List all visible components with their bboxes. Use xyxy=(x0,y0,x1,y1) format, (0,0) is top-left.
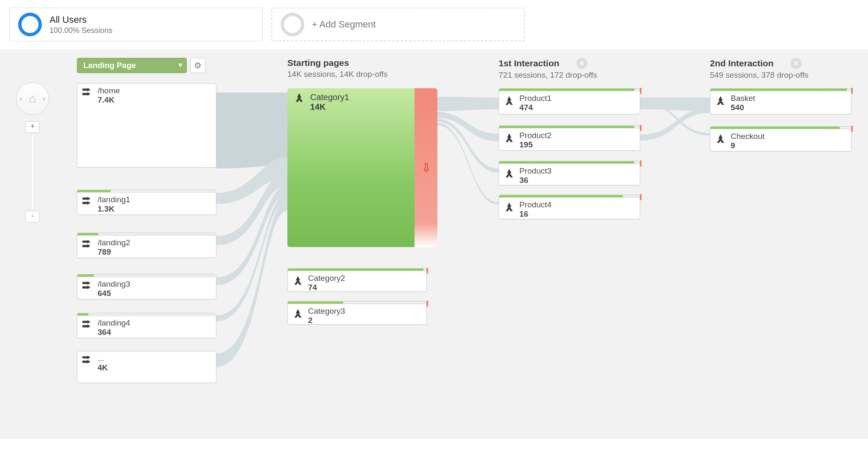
entry-arrow-icon xyxy=(82,356,93,366)
merge-icon xyxy=(503,202,515,212)
node-value: 16 xyxy=(519,209,551,219)
column-title: Starting pages xyxy=(287,58,437,68)
node-label: /landing2 xyxy=(98,238,130,247)
column-subtitle: 549 sessions, 378 drop-offs xyxy=(710,71,852,80)
dropoff-arrow-icon: ⇩ xyxy=(421,161,431,175)
entry-arrow-icon xyxy=(82,240,93,250)
node-value: 195 xyxy=(519,140,551,149)
column-2nd-interaction: 2nd Interaction ✕ 549 sessions, 378 drop… xyxy=(710,50,852,439)
column-subtitle: 721 sessions, 172 drop-offs xyxy=(499,71,640,80)
node-label: Category3 xyxy=(308,307,345,316)
segment-placeholder-circle-icon xyxy=(281,13,304,36)
gear-icon: ⚙ xyxy=(194,60,202,71)
segment-title: All Users xyxy=(49,14,112,25)
node-value: 540 xyxy=(731,103,755,112)
dimension-dropdown[interactable]: Landing Page xyxy=(77,58,187,73)
merge-icon xyxy=(292,275,304,285)
interaction-node[interactable]: Product3 36 xyxy=(499,161,640,185)
home-icon[interactable]: ⌂ xyxy=(29,92,36,106)
source-node-more[interactable]: ... 4K xyxy=(77,351,216,383)
merge-icon xyxy=(503,95,515,106)
node-label: ... xyxy=(98,354,108,363)
node-label: Category1 xyxy=(310,92,349,102)
column-starting-pages: Starting pages 14K sessions, 14K drop-of… xyxy=(287,50,437,439)
column-sources: Landing Page ⚙ /home 7.4K xyxy=(77,50,216,439)
segment-subtitle: 100.00% Sessions xyxy=(49,26,112,35)
node-value: 7.4K xyxy=(98,95,120,105)
gear-button[interactable]: ⚙ xyxy=(190,58,205,73)
node-value: 474 xyxy=(519,103,551,112)
node-label: /landing1 xyxy=(98,195,130,204)
merge-icon xyxy=(503,168,515,178)
close-icon: ✕ xyxy=(579,60,584,68)
node-value: 74 xyxy=(308,283,345,292)
node-label: /home xyxy=(98,86,120,95)
column-header: 1st Interaction ✕ 721 sessions, 172 drop… xyxy=(499,58,640,80)
entry-arrow-icon xyxy=(82,197,93,207)
interaction-node[interactable]: Checkout 9 xyxy=(710,126,852,152)
column-title: 1st Interaction xyxy=(499,58,560,68)
entry-arrow-icon xyxy=(82,320,93,330)
dropoff-bar: ⇩ xyxy=(415,88,437,247)
node-value: 36 xyxy=(519,176,551,185)
dimension-selector: Landing Page ⚙ xyxy=(77,58,205,73)
node-value: 9 xyxy=(731,141,764,150)
chevron-left-icon[interactable]: ‹ xyxy=(20,95,22,103)
merge-icon xyxy=(293,92,305,103)
column-subtitle: 14K sessions, 14K drop-offs xyxy=(287,70,437,79)
remove-step-button[interactable]: ✕ xyxy=(576,58,587,69)
entry-arrow-icon xyxy=(82,88,93,98)
column-header: Starting pages 14K sessions, 14K drop-of… xyxy=(287,58,437,79)
flow-canvas[interactable]: ‹ ⌂ › + - Landing Page xyxy=(0,50,868,439)
source-node[interactable]: /landing3 645 xyxy=(77,274,216,299)
column-title: 2nd Interaction xyxy=(710,58,774,68)
interaction-node[interactable]: Product4 16 xyxy=(499,195,640,219)
source-node[interactable]: /landing1 1.3K xyxy=(77,190,216,215)
node-label: Product4 xyxy=(519,200,551,209)
remove-step-button[interactable]: ✕ xyxy=(791,58,802,69)
column-1st-interaction: 1st Interaction ✕ 721 sessions, 172 drop… xyxy=(499,50,640,439)
zoom-out-button[interactable]: - xyxy=(25,211,40,223)
column-header: 2nd Interaction ✕ 549 sessions, 378 drop… xyxy=(710,58,852,80)
merge-icon xyxy=(503,133,515,143)
merge-icon xyxy=(715,95,726,106)
node-value: 14K xyxy=(310,102,349,112)
start-node[interactable]: Category2 74 xyxy=(287,268,427,292)
interaction-node[interactable]: Product1 474 xyxy=(499,88,640,114)
source-node[interactable]: /landing2 789 xyxy=(77,233,216,258)
node-label: /landing3 xyxy=(98,280,130,289)
merge-icon xyxy=(292,308,304,318)
node-value: 789 xyxy=(98,247,130,257)
nav-pan-bubble[interactable]: ‹ ⌂ › xyxy=(16,82,49,115)
segment-all-users[interactable]: All Users 100.00% Sessions xyxy=(9,8,263,41)
node-label: Product1 xyxy=(519,94,551,103)
node-label: Checkout xyxy=(731,132,764,141)
entry-arrow-icon xyxy=(82,281,93,291)
node-value: 2 xyxy=(308,316,345,325)
zoom-slider[interactable]: + - xyxy=(27,121,38,223)
source-node[interactable]: /landing4 364 xyxy=(77,313,216,338)
start-node-category1[interactable]: Category1 14K ⇩ xyxy=(287,88,437,247)
node-value: 364 xyxy=(98,328,130,337)
segment-circle-icon xyxy=(18,13,42,36)
node-value: 645 xyxy=(98,289,130,298)
interaction-node[interactable]: Basket 540 xyxy=(710,88,852,114)
node-value: 1.3K xyxy=(98,204,130,214)
close-icon: ✕ xyxy=(793,60,799,68)
zoom-rail[interactable] xyxy=(31,134,34,210)
node-value: 4K xyxy=(98,363,108,372)
add-segment-label: + Add Segment xyxy=(312,19,376,30)
merge-icon xyxy=(715,133,726,144)
node-label: /landing4 xyxy=(98,318,130,328)
segments-bar: All Users 100.00% Sessions + Add Segment xyxy=(0,0,868,50)
node-label: Product3 xyxy=(519,166,551,176)
node-label: Basket xyxy=(731,94,755,103)
start-node[interactable]: Category3 2 xyxy=(287,301,427,325)
node-label: Category2 xyxy=(308,274,345,283)
interaction-node[interactable]: Product2 195 xyxy=(499,125,640,151)
source-node[interactable]: /home 7.4K xyxy=(77,83,216,168)
node-label: Product2 xyxy=(519,131,551,140)
chevron-right-icon[interactable]: › xyxy=(43,95,45,103)
zoom-in-button[interactable]: + xyxy=(25,121,40,133)
add-segment[interactable]: + Add Segment xyxy=(271,8,525,41)
